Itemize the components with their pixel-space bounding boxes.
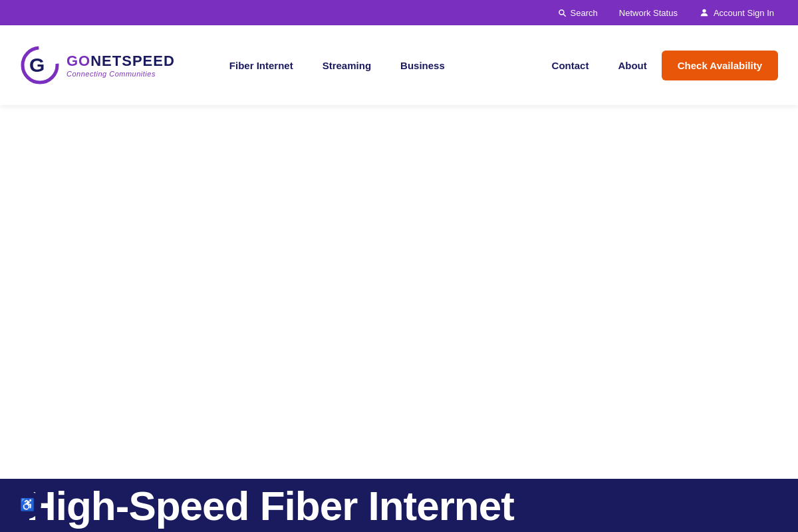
network-status-link[interactable]: Network Status: [608, 0, 688, 25]
nav-fiber-internet[interactable]: Fiber Internet: [215, 25, 308, 105]
accessibility-icon: ♿: [20, 497, 35, 512]
nav-streaming[interactable]: Streaming: [308, 25, 386, 105]
check-availability-button[interactable]: Check Availability: [662, 51, 778, 80]
logo[interactable]: G GONETSPEED Connecting Communities: [20, 45, 175, 85]
accessibility-button[interactable]: ♿: [13, 491, 41, 519]
network-status-label: Network Status: [619, 8, 678, 18]
logo-netspeed: NETSPEED: [90, 53, 175, 69]
account-sign-in-label: Account Sign In: [714, 8, 774, 18]
search-label: Search: [571, 8, 598, 18]
svg-point-0: [702, 9, 706, 13]
logo-tagline: Connecting Communities: [66, 70, 175, 78]
nav-about[interactable]: About: [603, 25, 661, 105]
account-sign-in-link[interactable]: Account Sign In: [688, 0, 785, 25]
logo-icon: G: [20, 45, 60, 85]
logo-name: GONETSPEED: [66, 53, 175, 70]
bottom-section: High-Speed Fiber Internet: [0, 479, 798, 532]
content-area: [0, 105, 798, 479]
main-nav: G GONETSPEED Connecting Communities Fibe…: [0, 25, 798, 105]
logo-text: GONETSPEED Connecting Communities: [66, 53, 175, 78]
account-icon: [699, 7, 710, 18]
nav-contact[interactable]: Contact: [537, 25, 604, 105]
search-link[interactable]: Search: [547, 0, 608, 25]
logo-go: GO: [66, 53, 90, 69]
nav-business[interactable]: Business: [386, 25, 460, 105]
search-icon: [557, 8, 567, 17]
utility-bar: Search Network Status Account Sign In: [0, 0, 798, 25]
hero-title: High-Speed Fiber Internet: [27, 482, 514, 529]
nav-links: Fiber Internet Streaming Business Contac…: [215, 25, 662, 105]
svg-text:G: G: [29, 54, 45, 76]
